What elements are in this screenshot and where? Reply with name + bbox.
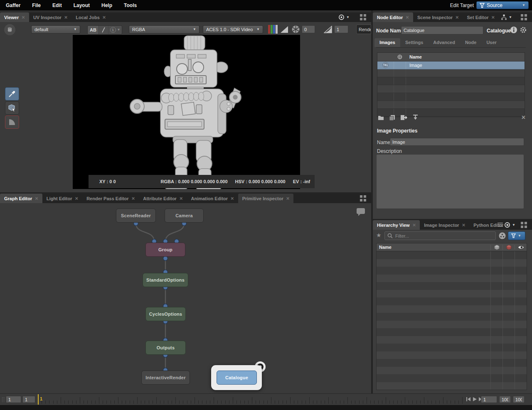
param-tab-user[interactable]: User (481, 38, 501, 47)
tab-node-editor[interactable]: Node Editor× (373, 12, 413, 22)
inner-start-input[interactable] (22, 396, 35, 403)
graph-node-cyclesoptions[interactable]: CyclesOptions (145, 307, 186, 321)
gamma-triangle-icon[interactable] (324, 26, 332, 33)
visibility-column[interactable] (515, 245, 527, 250)
render-button[interactable]: Render (356, 25, 371, 34)
hierarchy-row[interactable] (377, 382, 527, 390)
tab-animation-editor[interactable]: Animation Editor× (187, 194, 238, 203)
edit-scope-icon[interactable] (499, 232, 506, 239)
graph-node-interactiverender[interactable]: InteractiveRender (141, 371, 190, 385)
selection-tool-button[interactable] (5, 101, 19, 115)
render-column[interactable] (502, 245, 515, 250)
tab-close-icon[interactable]: × (180, 196, 183, 201)
graph-node-standardoptions[interactable]: StandardOptions (143, 273, 188, 287)
annotation-bubble-icon[interactable] (356, 207, 366, 216)
hierarchy-row[interactable] (377, 267, 527, 275)
layout-grid-icon[interactable] (360, 14, 366, 20)
duplicate-icon[interactable] (389, 115, 395, 121)
tab-close-icon[interactable]: × (132, 196, 135, 201)
hierarchy-row[interactable] (377, 305, 527, 313)
hierarchy-row[interactable] (377, 374, 527, 382)
tab-local-jobs[interactable]: Local Jobs× (71, 12, 110, 22)
menu-file[interactable]: File (26, 0, 47, 10)
extract-icon[interactable] (412, 115, 419, 121)
image-table-row[interactable] (377, 101, 525, 109)
tab-close-icon[interactable]: × (35, 196, 38, 201)
hierarchy-row[interactable] (377, 259, 527, 267)
tab-hierarchy-view[interactable]: Hierarchy View× (373, 220, 420, 230)
hierarchy-row[interactable] (377, 251, 527, 259)
remove-image-button[interactable]: × (522, 114, 525, 121)
end-frame-input[interactable] (513, 396, 525, 403)
param-tab-node[interactable]: Node (460, 38, 482, 47)
hierarchy-table-body[interactable] (376, 251, 527, 390)
tab-primitive-inspector[interactable]: Primitive Inspector× (238, 194, 294, 203)
image-table-row-selected[interactable]: Image (377, 61, 525, 69)
tab-uv-inspector[interactable]: UV Inspector× (29, 12, 71, 22)
gamma-input[interactable] (334, 25, 348, 33)
tab-close-icon[interactable]: × (456, 15, 459, 20)
hierarchy-row[interactable] (377, 328, 527, 336)
graph-node-catalogue[interactable]: Catalogue (217, 371, 257, 385)
tab-light-editor[interactable]: Light Editor× (42, 194, 82, 203)
tab-viewer[interactable]: Viewer× (0, 12, 29, 22)
tab-list-menu[interactable] (498, 222, 503, 228)
hierarchy-row[interactable] (377, 297, 527, 305)
panel-splitter[interactable] (371, 10, 373, 405)
tab-close-icon[interactable]: × (462, 223, 466, 227)
info-icon[interactable] (510, 26, 517, 34)
menu-tools[interactable]: Tools (118, 0, 143, 10)
graph-node-camera[interactable]: Camera (165, 209, 204, 223)
tab-attribute-editor[interactable]: Attribute Editor× (139, 194, 187, 203)
gear-icon[interactable] (520, 26, 527, 34)
node-name-input[interactable] (401, 26, 483, 34)
filter-mode-dropdown[interactable]: ▼ (508, 231, 525, 240)
panel-splitter[interactable] (0, 192, 371, 194)
image-description-textarea[interactable] (376, 154, 524, 209)
image-table-row[interactable] (377, 85, 525, 93)
aperture-icon[interactable] (291, 25, 300, 34)
export-icon[interactable] (400, 115, 407, 120)
hierarchy-row[interactable] (377, 367, 527, 375)
inner-end-input[interactable] (499, 396, 511, 403)
scene-column[interactable] (490, 245, 502, 250)
tab-graph-editor[interactable]: Graph Editor× (0, 194, 42, 203)
hierarchy-row[interactable] (377, 275, 527, 282)
edit-target-dropdown[interactable]: Source ▼ (476, 1, 529, 9)
exposure-triangle-icon[interactable] (280, 26, 288, 33)
tab-set-editor[interactable]: Set Editor× (463, 12, 499, 22)
tab-close-icon[interactable]: × (22, 15, 25, 20)
editor-focus-menu[interactable]: ▼ (501, 14, 512, 20)
current-frame-input[interactable] (481, 396, 497, 403)
menu-help[interactable]: Help (96, 0, 118, 10)
tab-close-icon[interactable]: × (406, 15, 409, 20)
layout-grid-icon[interactable] (360, 195, 366, 201)
tab-close-icon[interactable]: × (286, 196, 290, 201)
skip-to-start-button[interactable] (466, 396, 471, 402)
param-tab-images[interactable]: Images (374, 38, 400, 47)
viewer-image-canvas[interactable] (73, 35, 300, 189)
crop-window-tool-button[interactable] (5, 115, 19, 129)
output-index-column[interactable] (394, 53, 406, 61)
hierarchy-row[interactable] (377, 344, 527, 351)
bookmark-star-icon[interactable]: ★ (376, 232, 382, 238)
wipe-tool-button[interactable] (99, 26, 108, 34)
new-folder-icon[interactable] (378, 115, 384, 120)
panel-splitter[interactable] (373, 219, 532, 220)
graph-canvas[interactable]: SceneReaderCameraGroupStandardOptionsCyc… (0, 203, 371, 393)
menu-edit[interactable]: Edit (47, 0, 68, 10)
start-frame-input[interactable] (6, 396, 21, 403)
layout-grid-icon[interactable] (521, 14, 527, 20)
tab-close-icon[interactable]: × (103, 15, 106, 20)
filter-input[interactable] (395, 232, 493, 239)
tab-close-icon[interactable]: × (231, 196, 234, 201)
hierarchy-row[interactable] (377, 351, 527, 359)
tab-close-icon[interactable]: × (413, 223, 416, 227)
tab-close-icon[interactable]: × (75, 196, 79, 201)
channels-select[interactable]: RGBA ▼ (129, 25, 200, 34)
tab-close-icon[interactable]: × (491, 15, 495, 20)
display-transform-select[interactable]: ACES 1.0 - SDR Video ▼ (203, 25, 263, 34)
compare-image-select[interactable]: 1 ▼ (108, 26, 122, 34)
solo-channels-button[interactable] (268, 25, 278, 34)
menu-gaffer[interactable]: Gaffer (0, 0, 26, 10)
